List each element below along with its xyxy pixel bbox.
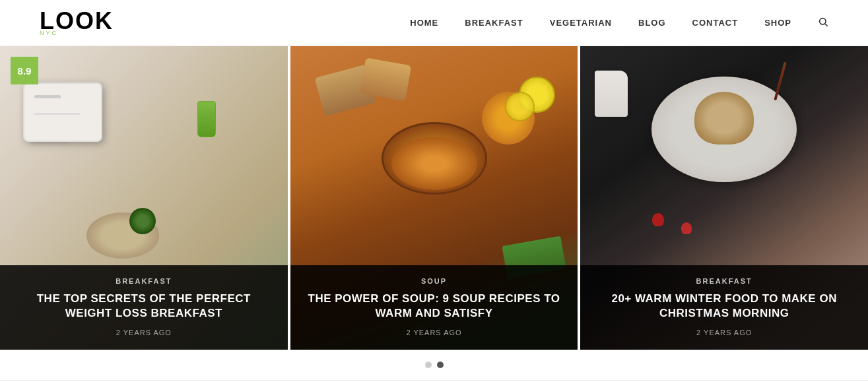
svg-line-1 bbox=[825, 24, 828, 26]
card-1-time: 2 YEARS AGO bbox=[13, 329, 275, 336]
main-nav: HOME BREAKFAST VEGETARIAN BLOG CONTACT S… bbox=[410, 16, 828, 30]
nav-vegetarian[interactable]: VEGETARIAN bbox=[550, 18, 612, 28]
advertisement: - Advertisement - bbox=[0, 380, 868, 384]
header: LOOK NYC HOME BREAKFAST VEGETARIAN BLOG … bbox=[0, 0, 868, 46]
card-3-overlay: BREAKFAST 20+ WARM WINTER FOOD TO MAKE O… bbox=[580, 265, 868, 350]
card-1-overlay: BREAKFAST THE TOP SECRETS OF THE PERFECT… bbox=[0, 265, 288, 350]
dot-1[interactable] bbox=[425, 362, 432, 368]
card-3-title: 20+ WARM WINTER FOOD TO MAKE ON CHRISTMA… bbox=[593, 292, 855, 321]
card-1[interactable]: 8.9 BREAKFAST THE TOP SECRETS OF THE PER… bbox=[0, 46, 288, 350]
cards-section: 8.9 BREAKFAST THE TOP SECRETS OF THE PER… bbox=[0, 46, 868, 350]
carousel-dots bbox=[0, 350, 868, 380]
card-2-time: 2 YEARS AGO bbox=[304, 329, 565, 336]
nav-blog[interactable]: BLOG bbox=[638, 18, 666, 28]
card-2-category: SOUP bbox=[304, 277, 565, 285]
card-3[interactable]: BREAKFAST 20+ WARM WINTER FOOD TO MAKE O… bbox=[578, 46, 868, 350]
card-1-category: BREAKFAST bbox=[13, 277, 275, 285]
card-3-time: 2 YEARS AGO bbox=[593, 329, 855, 336]
rating-badge-1: 8.9 bbox=[11, 57, 38, 84]
card-2-title: THE POWER OF SOUP: 9 SOUP RECIPES TO WAR… bbox=[304, 292, 565, 321]
card-2[interactable]: SOUP THE POWER OF SOUP: 9 SOUP RECIPES T… bbox=[288, 46, 578, 350]
nav-breakfast[interactable]: BREAKFAST bbox=[465, 18, 523, 28]
nav-shop[interactable]: SHOP bbox=[764, 18, 791, 28]
logo[interactable]: LOOK NYC bbox=[40, 9, 114, 36]
dot-2[interactable] bbox=[437, 362, 444, 368]
nav-home[interactable]: HOME bbox=[410, 18, 438, 28]
search-button[interactable] bbox=[818, 16, 828, 30]
card-3-category: BREAKFAST bbox=[593, 277, 855, 285]
nav-contact[interactable]: CONTACT bbox=[692, 18, 739, 28]
card-2-overlay: SOUP THE POWER OF SOUP: 9 SOUP RECIPES T… bbox=[290, 265, 578, 350]
search-icon bbox=[818, 16, 828, 27]
svg-point-0 bbox=[820, 18, 826, 24]
card-1-title: THE TOP SECRETS OF THE PERFECT WEIGHT LO… bbox=[13, 292, 275, 321]
